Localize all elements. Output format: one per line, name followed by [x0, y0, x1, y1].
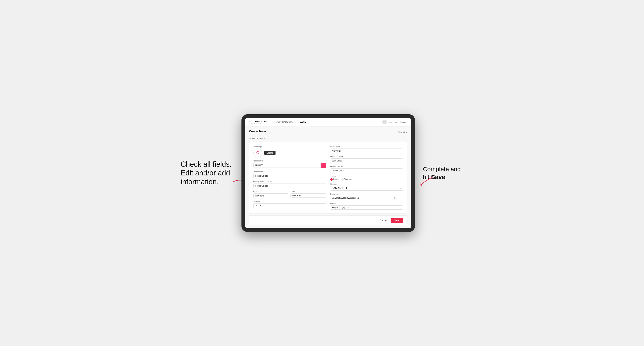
- zip-input[interactable]: [254, 203, 326, 208]
- conference-label: Conference: [330, 193, 403, 195]
- nav-bar: SCOREBOARD Powered by clippd TOURNAMENTS…: [245, 118, 411, 127]
- gender-mens-option[interactable]: Mens: [330, 178, 338, 181]
- conference-arrow-icon: ⌄: [396, 197, 398, 199]
- user-avatar: [382, 120, 387, 124]
- region-group: Region Region II - (M) DIII ✕ ⌄: [330, 202, 403, 210]
- color-text-input[interactable]: [254, 163, 320, 168]
- zip-label: Zip code: [254, 200, 326, 202]
- state-label: State: [290, 191, 326, 193]
- conference-clear-icon[interactable]: ✕: [394, 197, 396, 199]
- form-panel: Team logo C Upload Team colour: [249, 142, 407, 213]
- color-swatch[interactable]: [320, 163, 326, 168]
- logo-title: SCOREBOARD: [249, 120, 267, 123]
- page-header: Create Team Cancel ✕: [249, 130, 407, 135]
- annotation-arrow-right: [419, 175, 435, 187]
- display-name-input[interactable]: [254, 183, 326, 188]
- conference-tag-text: University Athletic Association: [332, 197, 394, 199]
- gender-mens-radio[interactable]: [330, 178, 333, 181]
- athletic-director-label: Athletic Director: [330, 166, 403, 168]
- gender-mens-label: Mens: [334, 178, 338, 180]
- team-colour-group: Team colour: [254, 160, 326, 168]
- conference-select-wrapper[interactable]: University Athletic Association ✕ ⌄: [330, 196, 403, 200]
- tablet-screen: SCOREBOARD Powered by clippd TOURNAMENTS…: [245, 118, 411, 228]
- assistant-coach-input[interactable]: [330, 159, 403, 163]
- form-two-col: Team logo C Upload Team colour: [254, 146, 403, 210]
- city-state-row: City State New York ✕ ⌄: [254, 191, 326, 198]
- head-coach-label: Head Coach: [330, 146, 403, 148]
- save-button[interactable]: Save: [390, 218, 403, 223]
- upload-button[interactable]: Upload: [264, 151, 276, 155]
- color-input-wrapper: [254, 163, 326, 168]
- logo-circle: C: [254, 149, 262, 158]
- team-colour-label: Team colour: [254, 160, 326, 162]
- division-select[interactable]: NCAA Division III: [330, 186, 403, 191]
- nav-items: TOURNAMENTS TEAMS: [273, 118, 382, 127]
- state-select-wrapper[interactable]: New York ✕ ⌄: [290, 193, 326, 198]
- state-arrow-icon: ⌄: [320, 195, 321, 196]
- city-state-group: City State New York ✕ ⌄: [254, 191, 326, 198]
- athletic-director-group: Athletic Director: [330, 166, 403, 173]
- display-name-label: Display name (unique): [254, 181, 326, 183]
- logo-upload-area: C Upload: [254, 149, 326, 158]
- form-left-col: Team logo C Upload Team colour: [254, 146, 326, 210]
- zip-group: Zip code: [254, 200, 326, 208]
- annotation-right-text3: .: [445, 173, 447, 180]
- user-name: Test User |: [388, 121, 398, 123]
- state-clear-icon[interactable]: ✕: [317, 194, 319, 197]
- sign-out-link[interactable]: Sign out: [400, 121, 407, 123]
- division-select-wrapper: NCAA Division III ⌄: [330, 186, 403, 191]
- team-name-input[interactable]: [254, 173, 326, 178]
- gender-womens-radio[interactable]: [341, 178, 344, 181]
- region-label: Region: [330, 202, 403, 204]
- nav-right: Test User | Sign out: [382, 120, 407, 124]
- region-tag-text: Region II - (M) DIII: [332, 206, 394, 209]
- form-footer: Cancel Save: [249, 215, 407, 225]
- gender-radio-group: Mens Womens: [330, 178, 403, 181]
- assistant-coach-label: Assistant Coach: [330, 156, 403, 158]
- logo-sub: Powered by clippd: [249, 123, 267, 124]
- display-name-group: Display name (unique): [254, 181, 326, 188]
- tablet-device: SCOREBOARD Powered by clippd TOURNAMENTS…: [242, 114, 415, 232]
- region-select-wrapper[interactable]: Region II - (M) DIII ✕ ⌄: [330, 205, 403, 210]
- gender-group: Gender Mens Womens: [330, 175, 403, 181]
- city-input[interactable]: [254, 193, 289, 198]
- city-col: City: [254, 191, 289, 198]
- team-name-group: Team name: [254, 171, 326, 178]
- region-arrow-icon: ⌄: [396, 207, 398, 208]
- conference-group: Conference University Athletic Associati…: [330, 193, 403, 200]
- team-logo-label: Team logo: [254, 146, 326, 148]
- team-logo-group: Team logo C Upload: [254, 146, 326, 158]
- nav-tournaments[interactable]: TOURNAMENTS: [273, 118, 296, 127]
- annotation-left: Check all fields. Edit and/or add inform…: [181, 160, 233, 186]
- gender-womens-label: Womens: [344, 178, 352, 180]
- head-coach-input[interactable]: [330, 149, 403, 153]
- logo-area: SCOREBOARD Powered by clippd: [249, 120, 267, 124]
- assistant-coach-group: Assistant Coach: [330, 156, 403, 163]
- form-right-col: Head Coach Assistant Coach Athletic Dire…: [330, 146, 403, 210]
- annotation-right: Complete and hit Save.: [423, 165, 464, 181]
- section-label: TEAM DETAILS: [249, 137, 407, 139]
- athletic-director-input[interactable]: [330, 168, 403, 173]
- division-group: Division NCAA Division III ⌄: [330, 183, 403, 191]
- gender-womens-option[interactable]: Womens: [341, 178, 352, 181]
- state-tag-text: New York: [292, 194, 317, 197]
- team-name-label: Team name: [254, 171, 326, 173]
- content-area: Create Team Cancel ✕ TEAM DETAILS Team l…: [245, 127, 411, 228]
- region-clear-icon[interactable]: ✕: [394, 206, 396, 209]
- gender-label: Gender: [330, 175, 403, 177]
- page-title: Create Team: [249, 130, 266, 133]
- svg-marker-1: [420, 183, 422, 186]
- nav-teams[interactable]: TEAMS: [296, 118, 309, 127]
- city-label: City: [254, 191, 289, 193]
- head-coach-group: Head Coach: [330, 146, 403, 153]
- division-label: Division: [330, 183, 403, 185]
- state-col: State New York ✕ ⌄: [290, 191, 326, 198]
- cancel-button[interactable]: Cancel: [378, 218, 389, 223]
- cancel-top-button[interactable]: Cancel ✕: [398, 131, 407, 134]
